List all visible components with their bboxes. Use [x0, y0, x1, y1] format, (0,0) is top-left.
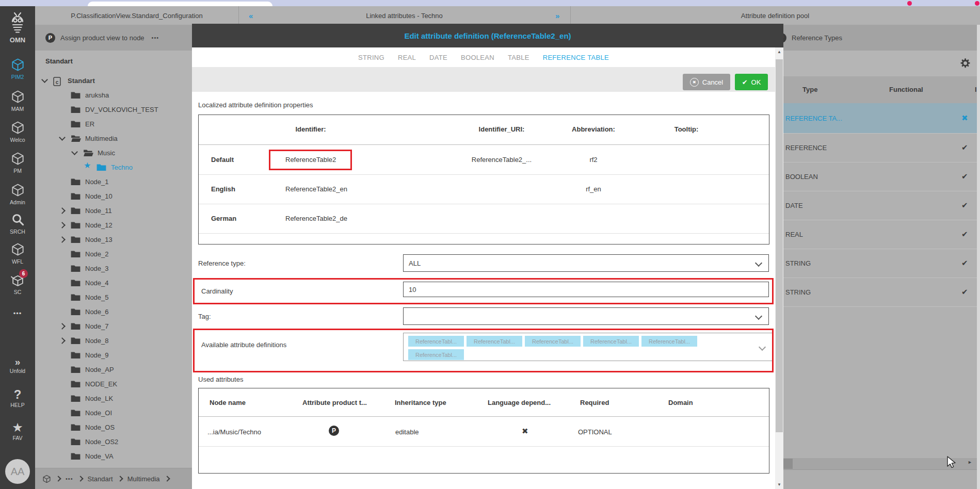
breadcrumb-separator-icon	[77, 476, 83, 481]
dialog-tab-boolean[interactable]: BOOLEAN	[461, 54, 494, 61]
tree-item-node_5[interactable]: Node_5	[35, 290, 192, 304]
reference-type-value: ALL	[409, 259, 421, 267]
sidebar-item-unfold[interactable]: »Unfold	[0, 357, 35, 374]
tab-linked-attributes[interactable]: Linked attributes - Techno	[238, 6, 570, 25]
tree-item-node_10[interactable]: Node_10	[35, 189, 192, 203]
assign-product-view-label[interactable]: Assign product view to node	[60, 34, 144, 42]
tree-item-er[interactable]: ER	[35, 117, 192, 131]
sidebar-item-avatar[interactable]: AA	[0, 459, 35, 484]
attribute-chip[interactable]: ReferenceTabl...	[408, 349, 464, 360]
localized-row-identifier[interactable]: ReferenceTable2_en	[285, 185, 347, 193]
chevron-right-icon[interactable]	[59, 207, 66, 214]
breadcrumb-item-standart[interactable]: Standart	[88, 475, 113, 483]
sidebar-item-omn[interactable]: OMN	[0, 11, 35, 44]
tree-item-node_2[interactable]: Node_2	[35, 247, 192, 261]
sidebar-item-pm[interactable]: PM	[0, 152, 35, 174]
localized-row-identifier-uri[interactable]: ReferenceTable2_...	[468, 156, 535, 164]
tree-item-dv_volkovich_test[interactable]: DV_VOLKOVICH_TEST	[35, 102, 192, 117]
collapse-right-icon[interactable]: »	[555, 6, 559, 25]
tree-item-node_oi[interactable]: Node_OI	[35, 405, 192, 420]
attribute-chip[interactable]: ReferenceTabl...	[408, 336, 464, 347]
localized-row-identifier[interactable]: ReferenceTable2_de	[285, 215, 347, 222]
reference-type-dropdown[interactable]: ALL	[403, 254, 769, 272]
home-cube-icon[interactable]	[42, 475, 51, 483]
scroll-down-icon[interactable]: ▼	[775, 482, 783, 487]
attribute-chip[interactable]: ReferenceTabl...	[583, 336, 639, 347]
chevron-down-icon[interactable]	[71, 149, 78, 155]
ok-button[interactable]: ✔ OK	[735, 74, 768, 90]
sidebar-item-welco[interactable]: Welco	[0, 121, 35, 143]
tree-item-techno[interactable]: ★Techno	[35, 160, 192, 174]
localized-row-identifier[interactable]: ReferenceTable2	[285, 156, 336, 164]
dialog-scrollbar[interactable]: ▲ ▼	[775, 47, 783, 489]
user-avatar[interactable]: AA	[5, 459, 30, 484]
tree-item-node_13[interactable]: Node_13	[35, 232, 192, 247]
tree-item-standart[interactable]: cStandart	[35, 73, 192, 88]
cancel-button[interactable]: ✖ Cancel	[683, 74, 730, 90]
dialog-tab-date[interactable]: DATE	[429, 54, 447, 61]
tree-item-node_va[interactable]: Node_VA	[35, 449, 192, 463]
sidebar-item-more[interactable]: •••	[0, 309, 35, 317]
tree-item-node_4[interactable]: Node_4	[35, 275, 192, 290]
tree-item-multimedia[interactable]: Multimedia	[35, 131, 192, 145]
sidebar-item-pim2[interactable]: PIM2	[0, 58, 35, 80]
tree-item-node_lk[interactable]: Node_LK	[35, 391, 192, 405]
used-row-node-name[interactable]: ...ia/Music/Techno	[207, 428, 261, 436]
table-divider	[199, 446, 769, 447]
attribute-chip[interactable]: ReferenceTabl...	[525, 336, 581, 347]
scroll-right-icon[interactable]: ►	[968, 460, 972, 465]
available-attributes-multiselect[interactable]: ReferenceTabl...ReferenceTabl...Referenc…	[403, 333, 773, 361]
chevron-right-icon[interactable]	[59, 222, 66, 229]
tree-item-node_3[interactable]: Node_3	[35, 261, 192, 275]
scroll-up-icon[interactable]: ▲	[775, 50, 783, 54]
sidebar-item-mam[interactable]: MAM	[0, 90, 35, 112]
tree-item-label: Multimedia	[85, 135, 118, 142]
chevron-down-icon[interactable]	[41, 76, 48, 83]
sidebar-item-fav[interactable]: ★FAV	[0, 421, 35, 441]
sidebar-item-srch[interactable]: SRCH	[0, 213, 35, 235]
chevron-right-icon[interactable]	[59, 236, 66, 243]
pool-row-type: DATE	[785, 202, 803, 209]
tree-item-node_8[interactable]: Node_8	[35, 333, 192, 348]
dialog-tab-real[interactable]: REAL	[398, 54, 416, 61]
tree-item-node_1[interactable]: Node_1	[35, 174, 192, 189]
chevron-right-icon[interactable]	[59, 323, 66, 330]
chevron-right-icon[interactable]	[59, 337, 66, 344]
dialog-tab-table[interactable]: TABLE	[508, 54, 529, 61]
tree-item-node_9[interactable]: Node_9	[35, 348, 192, 362]
sidebar-item-sc[interactable]: SC6	[0, 273, 35, 295]
sidebar-item-help[interactable]: ?HELP	[0, 388, 35, 408]
tree-item-node_12[interactable]: Node_12	[35, 218, 192, 232]
cardinality-input[interactable]: 10	[403, 282, 769, 297]
chevron-down-icon[interactable]	[59, 134, 66, 141]
app-screen: P.ClassificationView.Standard_Configurat…	[0, 0, 980, 489]
tree-item-node_6[interactable]: Node_6	[35, 304, 192, 319]
tag-dropdown[interactable]	[403, 307, 769, 325]
tab-attribute-pool[interactable]: Attribute definition pool	[570, 6, 980, 25]
tree-item-node_os2[interactable]: Node_OS2	[35, 434, 192, 449]
dialog-tab-string[interactable]: STRING	[358, 54, 384, 61]
more-apps-icon[interactable]: •••	[0, 309, 35, 317]
deselect-x-icon[interactable]: ✖	[961, 113, 968, 123]
sidebar-item-wfl[interactable]: WFL	[0, 242, 35, 265]
localized-row-abbreviation[interactable]: rf2	[560, 156, 627, 164]
dialog-tab-reference-table[interactable]: REFERENCE TABLE	[543, 54, 609, 61]
tree-item-node_11[interactable]: Node_11	[35, 203, 192, 218]
attribute-chip[interactable]: ReferenceTabl...	[641, 336, 697, 347]
tab-classification-view[interactable]: P.ClassificationView.Standard_Configurat…	[35, 6, 238, 25]
localized-row-abbreviation[interactable]: rf_en	[560, 185, 627, 193]
tree-item-node_7[interactable]: Node_7	[35, 319, 192, 333]
settings-gear-icon[interactable]	[960, 58, 971, 69]
tree-item-aruksha[interactable]: aruksha	[35, 88, 192, 102]
tree-item-music[interactable]: Music	[35, 145, 192, 160]
toolbar-more-icon[interactable]: •••	[152, 35, 159, 41]
breadcrumb-more[interactable]: •••	[66, 476, 73, 482]
right-scrollbar-strip[interactable]	[977, 25, 980, 489]
tree-item-node_ap[interactable]: Node_AP	[35, 362, 192, 377]
attribute-chip[interactable]: ReferenceTabl...	[467, 336, 522, 347]
tree-item-node_os[interactable]: Node_OS	[35, 420, 192, 434]
sidebar-item-admin[interactable]: Admin	[0, 183, 35, 205]
tree-item-node_ek[interactable]: NODE_EK	[35, 377, 192, 391]
scroll-thumb[interactable]	[776, 59, 783, 432]
breadcrumb-item-multimedia[interactable]: Multimedia	[127, 475, 160, 483]
